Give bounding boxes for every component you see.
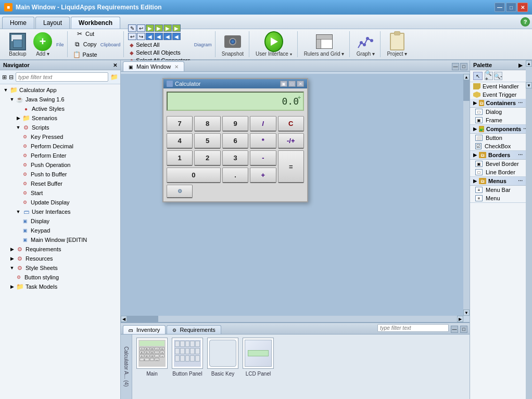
diag-left2[interactable]: ◀ bbox=[155, 33, 163, 40]
expand-scripts[interactable]: ▼ bbox=[15, 124, 22, 131]
calc-btn-3[interactable]: 3 bbox=[222, 150, 248, 166]
tab-layout[interactable]: Layout bbox=[35, 17, 70, 29]
bottom-minimize[interactable]: — bbox=[451, 326, 458, 333]
diag-tool-6[interactable]: ↪ bbox=[137, 33, 145, 40]
pal-arrow-tool[interactable]: ↖ bbox=[473, 72, 483, 80]
palette-expand-icon[interactable]: ▶ bbox=[518, 62, 523, 68]
tree-item-style-sheets[interactable]: ▼ ⚙ Style Sheets bbox=[1, 263, 119, 273]
tree-item-reset-buffer[interactable]: ⚙ Reset Buffer bbox=[1, 179, 119, 188]
calc-btn-add[interactable]: + bbox=[250, 168, 276, 183]
tree-item-key-pressed[interactable]: ⚙ Key Pressed bbox=[1, 132, 119, 141]
tree-item-active-styles[interactable]: ● Active Styles bbox=[1, 104, 119, 113]
tree-item-button-styling[interactable]: ⚙ Button styling bbox=[1, 273, 119, 282]
calc-btn-9[interactable]: 9 bbox=[222, 116, 248, 132]
editor-maximize-btn[interactable]: □ bbox=[460, 63, 467, 70]
select-objects-button[interactable]: ◆ Select All Objects bbox=[128, 49, 192, 56]
add-button[interactable]: + Add ▾ bbox=[31, 31, 54, 58]
user-interface-button[interactable]: User Interface ▾ bbox=[254, 31, 294, 58]
backup-button[interactable]: Backup bbox=[6, 31, 29, 58]
calc-btn-decimal[interactable]: . bbox=[222, 168, 248, 183]
diag-tool-1[interactable]: ✎ bbox=[128, 24, 136, 32]
diag-left3[interactable]: ◀ bbox=[163, 33, 172, 40]
calc-btn-7[interactable]: 7 bbox=[167, 116, 193, 132]
tree-item-scenarios[interactable]: ▶ 📁 Scenarios bbox=[1, 113, 119, 123]
maximize-button[interactable]: □ bbox=[506, 3, 516, 12]
inventory-filter-input[interactable] bbox=[377, 324, 449, 332]
menus-header[interactable]: ▶ 🗂 Menus ⋯ bbox=[470, 177, 526, 186]
editor-tab-main-window[interactable]: ▣ Main Window ✕ bbox=[123, 61, 184, 71]
tree-item-main-window[interactable]: ▣ Main Window [EDITIN bbox=[1, 235, 119, 244]
hscroll-left[interactable]: ◀ bbox=[121, 316, 127, 322]
help-button[interactable]: ? bbox=[521, 17, 530, 27]
calc-btn-6[interactable]: 6 bbox=[222, 133, 248, 149]
calc-btn-4[interactable]: 4 bbox=[167, 133, 193, 149]
calc-btn-8[interactable]: 8 bbox=[194, 116, 220, 132]
pal-button[interactable]: ⬜ Button bbox=[470, 134, 526, 142]
inv-item-lcd-panel[interactable]: LCD Panel bbox=[243, 338, 274, 396]
tab-inventory[interactable]: 🗃 Inventory bbox=[123, 325, 166, 334]
calc-btn-clear[interactable]: C bbox=[278, 116, 304, 132]
expand-java-swing[interactable]: ▼ bbox=[8, 96, 16, 103]
paste-button[interactable]: 📋 Paste bbox=[72, 50, 98, 59]
hscroll-right[interactable]: ▶ bbox=[457, 316, 463, 322]
expand-calc-app[interactable]: ▼ bbox=[2, 86, 9, 94]
editor-tab-close[interactable]: ✕ bbox=[174, 64, 179, 70]
pal-zoom-out[interactable]: 🔍- bbox=[494, 72, 502, 80]
tab-requirements[interactable]: ⚙ Requirements bbox=[167, 325, 221, 334]
calc-btn-multiply[interactable]: * bbox=[250, 133, 276, 149]
inv-item-basic-key[interactable]: Basic Key bbox=[207, 338, 238, 396]
expand-style-sheets[interactable]: ▼ bbox=[8, 264, 16, 272]
tree-item-perform-decimal[interactable]: ⚙ Perform Decimal bbox=[1, 141, 119, 151]
tree-item-task-models[interactable]: ▶ 📁 Task Models bbox=[1, 282, 119, 291]
expand-user-interfaces[interactable]: ▼ bbox=[15, 208, 22, 215]
diag-copy-right2[interactable]: ▶ bbox=[155, 24, 163, 32]
diag-tool-2[interactable]: ↩ bbox=[137, 24, 145, 32]
pal-event-handler[interactable]: Event Handler bbox=[470, 82, 526, 91]
pal-dialog[interactable]: □ Dialog bbox=[470, 108, 526, 116]
pal-menu-bar[interactable]: ≡ Menu Bar bbox=[470, 186, 526, 194]
calc-close-btn[interactable]: ✕ bbox=[297, 81, 304, 87]
hscroll-track[interactable] bbox=[127, 316, 457, 322]
calc-btn-0[interactable]: 0 bbox=[167, 168, 221, 183]
expand-scenarios[interactable]: ▶ bbox=[15, 114, 22, 122]
editor-minimize-btn[interactable]: — bbox=[452, 63, 459, 70]
pal-menu[interactable]: ≡ Menu bbox=[470, 194, 526, 202]
calc-btn-equals[interactable]: = bbox=[278, 150, 304, 183]
snapshot-button[interactable]: Snapshot bbox=[220, 31, 246, 58]
tree-item-requirements[interactable]: ▶ ⚙ Requirements bbox=[1, 244, 119, 254]
pal-vscroll-track[interactable] bbox=[526, 67, 532, 82]
pal-checkbox[interactable]: ☑ CheckBox bbox=[470, 142, 526, 150]
tree-item-push-to-buffer[interactable]: ⚙ Push to Buffer bbox=[1, 170, 119, 179]
components-header[interactable]: ▶ 🧩 Components ⋯ bbox=[470, 125, 526, 134]
inv-item-main[interactable]: 7 8 9 / C 4 5 6 * ± bbox=[136, 338, 168, 396]
nav-filter-input[interactable] bbox=[16, 72, 108, 82]
tree-item-resources[interactable]: ▶ ⚙ Resources bbox=[1, 254, 119, 263]
tree-item-display[interactable]: ▣ Display bbox=[1, 216, 119, 226]
calc-btn-1[interactable]: 1 bbox=[167, 150, 193, 166]
tree-item-user-interfaces[interactable]: ▼ 🗃 User Interfaces bbox=[1, 207, 119, 216]
expand-task-models[interactable]: ▶ bbox=[8, 283, 16, 290]
pal-frame[interactable]: ▣ Frame bbox=[470, 116, 526, 124]
tree-expand-all-icon[interactable]: ⊞ bbox=[2, 74, 7, 81]
tree-item-calc-app[interactable]: ▼ 📁 Calculator App bbox=[1, 85, 119, 95]
calc-btn-2[interactable]: 2 bbox=[194, 150, 220, 166]
pal-bevel-border[interactable]: ▣ Bevel Border bbox=[470, 160, 526, 168]
tree-item-scripts[interactable]: ▼ ⚙ Scripts bbox=[1, 123, 119, 132]
diag-copy-right4[interactable]: ▶ bbox=[172, 24, 181, 32]
vscroll-track[interactable] bbox=[463, 80, 470, 310]
calc-btn-subtract[interactable]: - bbox=[250, 150, 276, 166]
calc-btn-icon[interactable]: ⚙ bbox=[167, 185, 193, 198]
pal-zoom-in[interactable]: 🔍+ bbox=[485, 72, 493, 80]
tab-home[interactable]: Home bbox=[2, 17, 34, 29]
cut-button[interactable]: ✂ Cut bbox=[74, 29, 95, 38]
diag-copy-right[interactable]: ▶ bbox=[146, 24, 154, 32]
calc-maximize-btn[interactable]: □ bbox=[288, 81, 296, 87]
pal-line-border[interactable]: □ Line Border bbox=[470, 168, 526, 176]
tree-item-keypad[interactable]: ▣ Keypad bbox=[1, 226, 119, 235]
calc-btn-plusminus[interactable]: -/+ bbox=[278, 133, 304, 149]
tree-item-start[interactable]: ⚙ Start bbox=[1, 188, 119, 198]
expand-requirements[interactable]: ▶ bbox=[8, 246, 16, 253]
bottom-maximize[interactable]: □ bbox=[460, 326, 467, 333]
pal-vscroll-down[interactable]: ▼ bbox=[526, 82, 532, 88]
vscroll-thumb[interactable] bbox=[463, 80, 470, 101]
